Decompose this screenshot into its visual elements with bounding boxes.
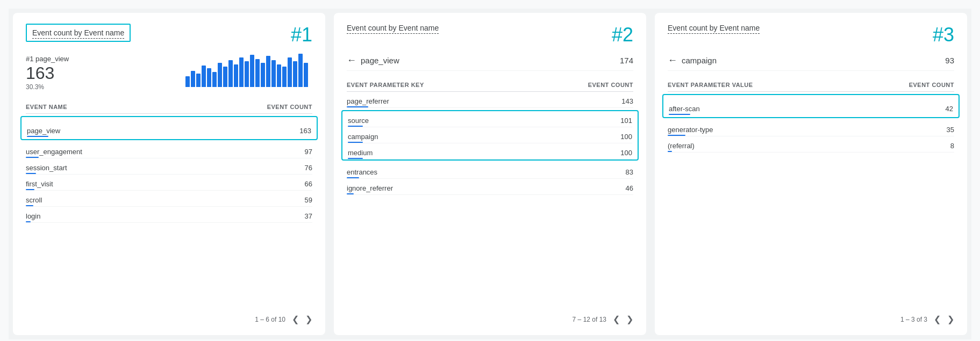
row-name: session_start xyxy=(26,164,67,172)
panel-3-pagination: 1 – 3 of 3 ❮ ❯ xyxy=(900,314,954,324)
row-name: entrances xyxy=(347,168,377,176)
panel-3-pagination-text: 1 – 3 of 3 xyxy=(900,316,927,323)
row-bar xyxy=(348,158,363,159)
top-event-label: #1 page_view xyxy=(26,55,69,63)
panel-1-pagination-text: 1 – 6 of 10 xyxy=(255,316,285,323)
panel-2-prev-btn[interactable]: ❮ xyxy=(613,314,620,324)
top-event-count: 163 xyxy=(26,63,69,83)
row-bar xyxy=(26,221,31,222)
row-bar xyxy=(668,151,672,152)
panel-3-rows: after-scan 42 generator-type 35 (referra… xyxy=(668,94,954,153)
panels-container: Event count by Event name #1 #1 page_vie… xyxy=(9,9,971,339)
panel-1-pagination: 1 – 6 of 10 ❮ ❯ xyxy=(255,314,312,324)
chart-bar xyxy=(271,60,276,87)
row-name: page_view xyxy=(27,127,60,135)
row-name: first_visit xyxy=(26,180,53,188)
row-value: 35 xyxy=(947,126,954,134)
panel-2-back-label: page_view xyxy=(361,56,399,65)
panel-2-title[interactable]: Event count by Event name xyxy=(347,24,439,34)
chart-bar xyxy=(277,64,281,87)
table-row[interactable]: ignore_referrer 46 xyxy=(347,179,633,195)
row-bar xyxy=(669,114,690,115)
panel-1-section-headers: EVENT NAME EVENT COUNT xyxy=(26,99,312,114)
table-row[interactable]: after-scan 42 xyxy=(669,99,953,115)
row-name: page_referrer xyxy=(347,97,389,105)
row-bar xyxy=(668,135,685,136)
row-name: user_engagement xyxy=(26,148,82,156)
table-row[interactable]: (referral) 8 xyxy=(668,136,954,153)
panel-2-back-count: 174 xyxy=(620,56,633,65)
table-row[interactable]: generator-type 35 xyxy=(668,120,954,136)
chart-bar xyxy=(304,63,308,87)
panel-2-next-btn[interactable]: ❯ xyxy=(626,314,633,324)
row-value: 46 xyxy=(626,184,633,192)
chart-bar xyxy=(185,76,190,87)
row-value: 97 xyxy=(305,148,312,156)
row-bar xyxy=(347,193,354,194)
chart-bar xyxy=(266,56,270,87)
chart-bar xyxy=(250,55,254,87)
chart-bar xyxy=(191,71,195,87)
panel-1-title-box: Event count by Event name xyxy=(26,24,131,42)
row-bar xyxy=(26,173,36,174)
panel-1-col-count: EVENT COUNT xyxy=(267,104,312,110)
row-bar xyxy=(27,136,48,137)
table-row[interactable]: user_engagement 97 xyxy=(26,142,312,158)
panel-2-section-headers: EVENT PARAMETER KEY EVENT COUNT xyxy=(347,77,633,92)
mini-chart xyxy=(185,55,312,87)
panel-3-prev-btn[interactable]: ❮ xyxy=(934,314,941,324)
row-name: login xyxy=(26,212,40,220)
top-event-info: #1 page_view 163 30.3% xyxy=(26,55,69,91)
chart-bar xyxy=(196,74,201,87)
table-row[interactable]: entrances 83 xyxy=(347,163,633,179)
table-row[interactable]: medium 100 xyxy=(348,143,632,159)
panel-3-back-label: campaign xyxy=(682,56,717,65)
highlighted-row-wrapper: page_view 163 xyxy=(20,116,318,140)
panel-3-back-row: ← campaign 93 xyxy=(668,55,954,71)
chart-bar xyxy=(212,72,217,87)
panel-3-next-btn[interactable]: ❯ xyxy=(947,314,954,324)
table-row[interactable]: first_visit 66 xyxy=(26,175,312,191)
panel-3-section-headers: EVENT PARAMETER VALUE EVENT COUNT xyxy=(668,77,954,92)
row-name: after-scan xyxy=(669,105,700,113)
panel-3-back-count: 93 xyxy=(945,56,954,65)
panel-1-next-btn[interactable]: ❯ xyxy=(305,314,312,324)
table-row[interactable]: page_view 163 xyxy=(27,121,311,137)
table-row[interactable]: session_start 76 xyxy=(26,158,312,175)
row-value: 42 xyxy=(946,105,953,113)
panel-2-pagination-text: 7 – 12 of 13 xyxy=(573,316,606,323)
panel-3-col-name: EVENT PARAMETER VALUE xyxy=(668,82,753,88)
row-name: medium xyxy=(348,149,373,157)
panel-2: Event count by Event name #2 ← page_view… xyxy=(334,13,646,335)
row-bar xyxy=(347,177,359,178)
highlighted-row-wrapper: after-scan 42 xyxy=(662,94,960,118)
table-row[interactable]: page_referrer 143 xyxy=(347,92,633,108)
panel-2-back-btn[interactable]: ← page_view xyxy=(347,55,399,66)
panel-1-title[interactable]: Event count by Event name xyxy=(32,28,124,39)
panel-2-header: Event count by Event name #2 xyxy=(347,24,633,46)
panel-2-pagination: 7 – 12 of 13 ❮ ❯ xyxy=(573,314,633,324)
row-bar xyxy=(26,205,33,206)
panel-2-rows: page_referrer 143 source 101 campaign 10… xyxy=(347,92,633,195)
panel-1-prev-btn[interactable]: ❮ xyxy=(292,314,299,324)
panel-3: Event count by Event name #3 ← campaign … xyxy=(655,13,967,335)
row-name: campaign xyxy=(348,133,378,141)
table-row[interactable]: source 101 xyxy=(348,111,632,127)
panel-3-title[interactable]: Event count by Event name xyxy=(668,24,760,34)
top-event-section: #1 page_view 163 30.3% xyxy=(26,55,312,91)
row-name: generator-type xyxy=(668,126,713,134)
row-value: 59 xyxy=(305,196,312,204)
table-row[interactable]: login 37 xyxy=(26,207,312,223)
panel-3-header: Event count by Event name #3 xyxy=(668,24,954,46)
row-value: 100 xyxy=(620,149,632,157)
chart-bar xyxy=(245,61,249,87)
row-value: 101 xyxy=(620,117,632,125)
chart-bar xyxy=(298,54,303,87)
row-value: 76 xyxy=(305,164,312,172)
table-row[interactable]: campaign 100 xyxy=(348,127,632,143)
row-bar xyxy=(26,189,34,190)
row-value: 83 xyxy=(626,168,633,176)
panel-1: Event count by Event name #1 #1 page_vie… xyxy=(13,13,325,335)
panel-3-back-btn[interactable]: ← campaign xyxy=(668,55,717,66)
table-row[interactable]: scroll 59 xyxy=(26,191,312,207)
